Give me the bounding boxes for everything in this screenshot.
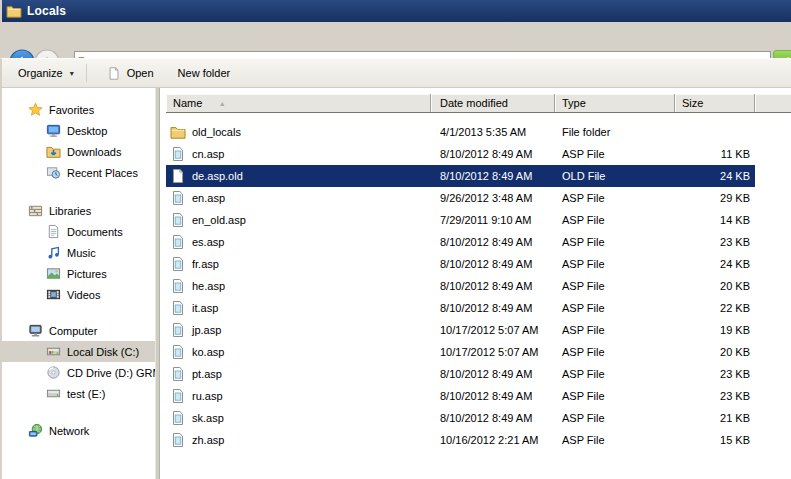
file-name-cell: it.asp (166, 300, 431, 316)
file-type: ASP File (555, 302, 675, 314)
sidebar-item-network[interactable]: Network (2, 420, 155, 441)
file-size: 24 KB (675, 258, 755, 270)
file-row[interactable]: sk.asp 8/10/2012 8:49 AM ASP File 21 KB (166, 407, 755, 429)
file-name: zh.asp (192, 434, 224, 446)
file-name: ru.asp (192, 390, 223, 402)
network-icon (28, 423, 43, 438)
asp-file-icon (170, 256, 186, 272)
sidebar-label: Local Disk (C:) (67, 346, 139, 358)
file-row[interactable]: ru.asp 8/10/2012 8:49 AM ASP File 23 KB (166, 385, 755, 407)
column-header-type[interactable]: Type (555, 94, 675, 112)
file-row[interactable]: it.asp 8/10/2012 8:49 AM ASP File 22 KB (166, 297, 755, 319)
sidebar-label: Libraries (49, 205, 91, 217)
new-folder-label: New folder (178, 67, 231, 79)
file-type: File folder (555, 126, 675, 138)
music-note-icon (46, 245, 61, 260)
file-name-cell: old_locals (166, 124, 431, 140)
sidebar-spacer (2, 404, 155, 420)
file-name: jp.asp (192, 324, 221, 336)
file-row-selected[interactable]: de.asp.old 8/10/2012 8:49 AM OLD File 24… (166, 165, 755, 187)
file-size: 19 KB (675, 324, 755, 336)
file-type: OLD File (555, 170, 675, 182)
file-name: sk.asp (192, 412, 224, 424)
file-date: 10/17/2012 5:07 AM (431, 346, 555, 358)
sidebar-item-recent-places[interactable]: Recent Places (2, 162, 155, 183)
sidebar-item-videos[interactable]: Videos (2, 284, 155, 305)
file-name: de.asp.old (192, 170, 243, 182)
sidebar-item-music[interactable]: Music (2, 242, 155, 263)
sidebar-label: Videos (67, 289, 100, 301)
file-row[interactable]: zh.asp 10/16/2012 2:21 AM ASP File 15 KB (166, 429, 755, 451)
file-row[interactable]: cn.asp 8/10/2012 8:49 AM ASP File 11 KB (166, 143, 755, 165)
sidebar-label: Downloads (67, 146, 121, 158)
sidebar-item-computer[interactable]: Computer (2, 320, 155, 341)
file-type: ASP File (555, 214, 675, 226)
sidebar-item-test-e[interactable]: test (E:) (2, 383, 155, 404)
file-date: 4/1/2013 5:35 AM (431, 126, 555, 138)
open-file-icon (107, 66, 121, 81)
file-row[interactable]: he.asp 8/10/2012 8:49 AM ASP File 20 KB (166, 275, 755, 297)
organize-button[interactable]: Organize ▾ (10, 64, 82, 82)
file-date: 8/10/2012 8:49 AM (431, 280, 555, 292)
toolbar-separator (86, 64, 87, 82)
file-date: 10/16/2012 2:21 AM (431, 434, 555, 446)
open-button[interactable]: Open (99, 63, 162, 84)
sidebar-item-cd-drive-d[interactable]: CD Drive (D:) GRMSXF (2, 362, 155, 383)
column-header-name[interactable]: Name▴ (166, 94, 431, 112)
sidebar-item-desktop[interactable]: Desktop (2, 120, 155, 141)
new-folder-button[interactable]: New folder (170, 64, 239, 82)
file-date: 8/10/2012 8:49 AM (431, 412, 555, 424)
file-date: 8/10/2012 8:49 AM (431, 302, 555, 314)
asp-file-icon (170, 388, 186, 404)
sidebar-label: Documents (67, 226, 123, 238)
column-header-label: Name (173, 97, 202, 109)
file-name: cn.asp (192, 148, 224, 160)
file-date: 8/10/2012 8:49 AM (431, 236, 555, 248)
file-row[interactable]: jp.asp 10/17/2012 5:07 AM ASP File 19 KB (166, 319, 755, 341)
sidebar-item-pictures[interactable]: Pictures (2, 263, 155, 284)
videos-icon (46, 287, 61, 302)
file-row[interactable]: fr.asp 8/10/2012 8:49 AM ASP File 24 KB (166, 253, 755, 275)
file-row[interactable]: en.asp 9/26/2012 3:48 AM ASP File 29 KB (166, 187, 755, 209)
sidebar-spacer (2, 305, 155, 320)
file-size: 29 KB (675, 192, 755, 204)
sidebar-label: Computer (49, 325, 97, 337)
file-date: 8/10/2012 8:49 AM (431, 258, 555, 270)
computer-icon (28, 323, 43, 338)
file-date: 9/26/2012 3:48 AM (431, 192, 555, 204)
file-name: fr.asp (192, 258, 219, 270)
column-headers: Name▴ Date modified Type Size (166, 93, 791, 113)
sidebar-item-favorites[interactable]: Favorites (2, 99, 155, 120)
file-row[interactable]: ko.asp 10/17/2012 5:07 AM ASP File 20 KB (166, 341, 755, 363)
asp-file-icon (170, 278, 186, 294)
file-size: 22 KB (675, 302, 755, 314)
file-size: 21 KB (675, 412, 755, 424)
sidebar-item-documents[interactable]: Documents (2, 221, 155, 242)
file-name: en.asp (192, 192, 225, 204)
asp-file-icon (170, 212, 186, 228)
file-row[interactable]: pt.asp 8/10/2012 8:49 AM ASP File 23 KB (166, 363, 755, 385)
libraries-icon (28, 203, 43, 218)
organize-caret-icon: ▾ (70, 69, 74, 78)
file-row[interactable]: old_locals 4/1/2013 5:35 AM File folder (166, 121, 755, 143)
file-rows: old_locals 4/1/2013 5:35 AM File folder … (166, 121, 755, 451)
column-header-size[interactable]: Size (675, 94, 755, 112)
file-row[interactable]: en_old.asp 7/29/2011 9:10 AM ASP File 14… (166, 209, 755, 231)
sidebar-item-libraries[interactable]: Libraries (2, 200, 155, 221)
sidebar-label: Music (67, 247, 96, 259)
file-date: 8/10/2012 8:49 AM (431, 390, 555, 402)
file-name-cell: ru.asp (166, 388, 431, 404)
command-toolbar: Organize ▾ Open New folder (0, 58, 791, 88)
hard-drive-icon (46, 344, 61, 359)
file-row[interactable]: es.asp 8/10/2012 8:49 AM ASP File 23 KB (166, 231, 755, 253)
file-size: 14 KB (675, 214, 755, 226)
sidebar-item-local-disk-c[interactable]: Local Disk (C:) (2, 341, 155, 362)
file-name-cell: ko.asp (166, 344, 431, 360)
file-size: 23 KB (675, 368, 755, 380)
file-size: 24 KB (675, 170, 755, 182)
sidebar-label: Desktop (67, 125, 107, 137)
column-header-date-modified[interactable]: Date modified (431, 94, 555, 112)
file-size: 20 KB (675, 346, 755, 358)
file-date: 8/10/2012 8:49 AM (431, 368, 555, 380)
sidebar-item-downloads[interactable]: Downloads (2, 141, 155, 162)
